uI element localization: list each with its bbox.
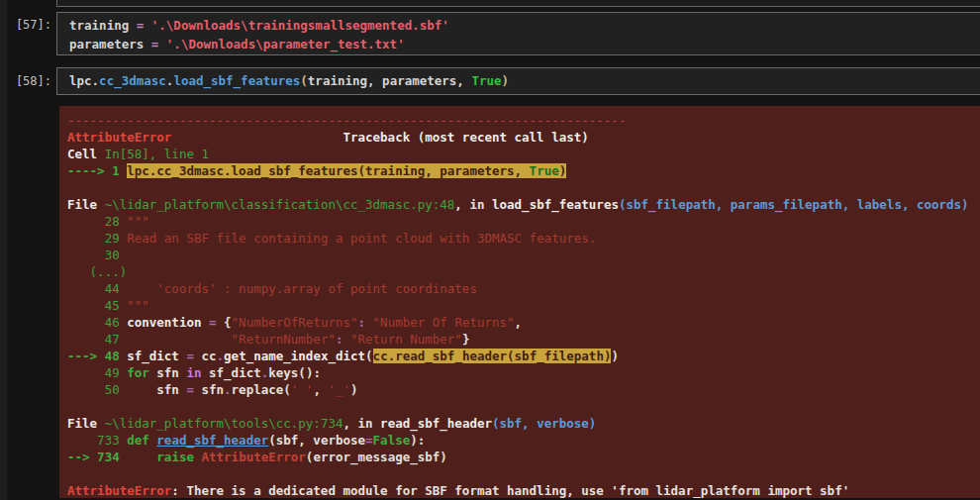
code-segment: AttributeError bbox=[67, 130, 171, 145]
code-segment: training bbox=[69, 18, 129, 33]
code-segment: ( bbox=[365, 349, 373, 363]
notebook-view: [57]: training = '.\Downloads\trainingsm… bbox=[0, 0, 980, 500]
code-segment: (error_message_sbf) bbox=[306, 450, 447, 464]
code-segment: parameters bbox=[69, 37, 144, 51]
code-segment: ----------------------------------------… bbox=[67, 113, 626, 128]
code-segment: for bbox=[127, 365, 149, 380]
code-editor-57[interactable]: training = '.\Downloads\trainingsmallseg… bbox=[57, 13, 980, 53]
code-segment: def bbox=[127, 433, 149, 448]
code-editor-58[interactable]: lpc.cc_3dmasc.load_sbf_features(training… bbox=[57, 68, 980, 90]
code-segment: convention bbox=[127, 315, 201, 330]
code-segment: False bbox=[373, 433, 411, 448]
code-segment: True bbox=[530, 163, 559, 178]
code-segment: sfn bbox=[201, 382, 224, 397]
code-segment: sf_dict bbox=[127, 349, 179, 363]
code-segment: cc bbox=[201, 349, 216, 363]
code-segment: '.\Downloads\trainingsmallsegmented.sbf' bbox=[151, 18, 449, 33]
code-cell-57[interactable]: training = '.\Downloads\trainingsmallseg… bbox=[56, 12, 980, 55]
code-segment: 733 bbox=[67, 433, 127, 448]
code-segment: ( bbox=[300, 73, 308, 88]
code-segment: training, parameters, bbox=[308, 73, 472, 88]
code-segment: (...) bbox=[67, 264, 127, 279]
code-line: File ~\lidar_platform\tools\cc.py:734, i… bbox=[67, 415, 980, 432]
code-segment: In[58], line 1 bbox=[105, 147, 209, 161]
code-segment: in bbox=[186, 365, 201, 380]
code-segment: "Number Of Returns" bbox=[373, 315, 515, 330]
code-segment: ----> 1 bbox=[67, 163, 127, 178]
code-segment: , bbox=[515, 315, 523, 330]
code-segment: 29 bbox=[67, 231, 127, 246]
code-segment: "NumberOfReturns" bbox=[232, 315, 358, 330]
code-segment: 'coords' : numpy.array of point coordina… bbox=[127, 281, 477, 296]
code-segment: ) bbox=[350, 382, 358, 397]
code-line: AttributeError Traceback (most recent ca… bbox=[67, 129, 980, 146]
code-line: lpc.cc_3dmasc.load_sbf_features(training… bbox=[69, 71, 980, 90]
code-segment: 30 bbox=[67, 248, 127, 262]
source-link[interactable]: read_sbf_header bbox=[156, 433, 268, 448]
code-segment: sfn bbox=[127, 382, 179, 397]
code-segment: "ReturnNumber" bbox=[232, 332, 336, 347]
code-segment: ): bbox=[410, 433, 425, 448]
code-segment: ' ' bbox=[291, 382, 314, 397]
code-line: 733 def read_sbf_header(sbf, verbose=Fal… bbox=[67, 432, 980, 449]
code-segment: 50 bbox=[67, 382, 127, 397]
code-line: parameters = '.\Downloads\parameter_test… bbox=[69, 35, 980, 53]
code-segment: --> 734 bbox=[67, 450, 127, 464]
code-line: ----> 1 lpc.cc_3dmasc.load_sbf_features(… bbox=[67, 162, 980, 179]
code-segment: '.\Downloads\parameter_test.txt' bbox=[166, 37, 405, 51]
code-segment: ) bbox=[611, 349, 619, 363]
execution-count-57: [57]: bbox=[0, 17, 51, 33]
code-cell-58[interactable]: lpc.cc_3dmasc.load_sbf_features(training… bbox=[56, 67, 980, 95]
code-segment bbox=[127, 332, 231, 347]
code-segment bbox=[194, 450, 202, 464]
code-segment bbox=[171, 130, 343, 145]
code-segment: , in bbox=[454, 197, 492, 212]
code-segment: load_sbf_features bbox=[173, 73, 300, 88]
code-line: ----------------------------------------… bbox=[67, 112, 980, 129]
code-segment: replace( bbox=[232, 382, 291, 397]
code-line: 49 for sfn in sf_dict.keys(): bbox=[67, 364, 980, 381]
code-segment: ---> 48 bbox=[67, 349, 127, 363]
code-segment: AttributeError bbox=[202, 450, 306, 464]
code-line: (...) bbox=[67, 263, 980, 280]
code-line: 46 convention = {"NumberOfReturns": "Num… bbox=[67, 314, 980, 331]
code-segment: load_sbf_features bbox=[492, 197, 619, 212]
code-segment: get_name_index_dict bbox=[224, 349, 365, 363]
code-segment: : bbox=[358, 315, 366, 330]
code-line: File ~\lidar_platform\classification\cc_… bbox=[67, 196, 980, 213]
code-segment: read_sbf_header bbox=[380, 416, 492, 431]
code-segment: (sbf, verbose bbox=[268, 433, 365, 448]
traceback-text: ----------------------------------------… bbox=[67, 112, 980, 498]
code-segment: 47 bbox=[67, 332, 127, 347]
code-segment: 45 bbox=[67, 298, 127, 313]
code-line: 44 'coords' : numpy.array of point coord… bbox=[67, 280, 980, 297]
code-segment: cc_3dmasc bbox=[99, 73, 166, 88]
code-segment: ) bbox=[502, 73, 510, 88]
code-line: ---> 48 sf_dict = cc.get_name_index_dict… bbox=[67, 348, 980, 364]
code-segment: = bbox=[144, 37, 166, 51]
code-segment: ~\lidar_platform\tools\cc.py:734 bbox=[105, 416, 343, 431]
code-segment: cc.read_sbf_header(sbf_filepath) bbox=[373, 349, 612, 363]
code-segment bbox=[127, 450, 156, 464]
code-segment: "Return Number" bbox=[350, 332, 462, 347]
code-segment: Cell bbox=[67, 147, 105, 161]
code-segment: . bbox=[217, 349, 225, 363]
code-line: 45 """ bbox=[67, 297, 980, 314]
code-line: --> 734 raise AttributeError(error_messa… bbox=[67, 449, 980, 465]
code-line bbox=[67, 179, 980, 196]
code-segment: Traceback (most recent call last) bbox=[343, 130, 588, 145]
code-segment: { bbox=[224, 315, 232, 330]
execution-count-58: [58]: bbox=[0, 73, 51, 89]
code-segment: . bbox=[224, 382, 232, 397]
code-segment: True bbox=[471, 73, 501, 88]
code-line: 29 Read an SBF file containing a point c… bbox=[67, 230, 980, 247]
code-segment: 44 bbox=[67, 281, 127, 296]
code-segment: """ bbox=[127, 214, 149, 229]
code-line bbox=[67, 398, 980, 415]
code-segment: AttributeError bbox=[67, 483, 171, 498]
code-line: AttributeError: There is a dedicated mod… bbox=[67, 482, 980, 498]
code-segment: raise bbox=[156, 450, 194, 464]
code-segment: } bbox=[462, 332, 470, 347]
code-segment: '_' bbox=[328, 382, 350, 397]
code-segment: = bbox=[179, 382, 202, 397]
